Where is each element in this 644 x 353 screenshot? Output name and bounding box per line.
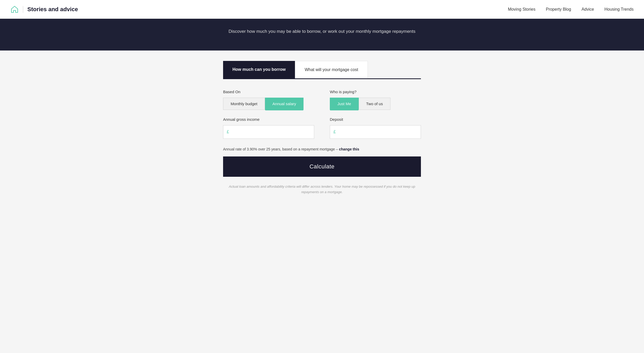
tabs-row: How much can you borrow What will your m…	[223, 61, 421, 79]
navbar: Stories and advice Moving Stories Proper…	[0, 0, 644, 19]
deposit-label: Deposit	[330, 117, 421, 122]
income-input[interactable]	[223, 125, 314, 139]
home-icon	[10, 5, 19, 14]
nav-housing-trends[interactable]: Housing Trends	[604, 7, 634, 12]
deposit-currency-symbol: £	[333, 130, 336, 134]
income-currency-symbol: £	[227, 130, 229, 134]
nav-property-blog[interactable]: Property Blog	[546, 7, 571, 12]
dark-banner: Discover how much you may be able to bor…	[0, 19, 644, 51]
main-content: How much can you borrow What will your m…	[0, 51, 644, 211]
inputs-row: Annual gross income £ Deposit £	[223, 117, 421, 140]
nav-advice[interactable]: Advice	[582, 7, 594, 12]
banner-subtitle: Discover how much you may be able to bor…	[10, 28, 634, 35]
rate-info-text: Annual rate of 3.90% over 25 years, base…	[223, 147, 339, 151]
navbar-brand: Stories and advice	[10, 5, 78, 14]
deposit-input-wrapper: £	[330, 125, 421, 139]
tab-how-much-borrow[interactable]: How much can you borrow	[223, 61, 295, 78]
deposit-group: Deposit £	[330, 117, 421, 140]
who-paying-group: Who is paying? Just Me Two of us	[330, 90, 421, 110]
based-on-group: Based On Monthly budget Annual salary	[223, 90, 314, 110]
disclaimer-text: Actual loan amounts and affordability cr…	[223, 184, 421, 195]
change-this-link[interactable]: change this	[339, 147, 359, 151]
nav-moving-stories[interactable]: Moving Stories	[508, 7, 535, 12]
calculator-container: How much can you borrow What will your m…	[218, 61, 426, 195]
toggle-just-me[interactable]: Just Me	[330, 98, 359, 110]
toggle-monthly-budget[interactable]: Monthly budget	[223, 98, 265, 110]
income-label: Annual gross income	[223, 117, 314, 122]
site-title: Stories and advice	[23, 6, 78, 13]
tab-mortgage-cost[interactable]: What will your mortgage cost	[295, 61, 368, 78]
income-input-wrapper: £	[223, 125, 314, 139]
based-on-label: Based On	[223, 90, 314, 94]
rate-info: Annual rate of 3.90% over 25 years, base…	[223, 147, 421, 151]
toggle-annual-salary[interactable]: Annual salary	[265, 98, 304, 110]
options-row: Based On Monthly budget Annual salary Wh…	[223, 90, 421, 110]
who-paying-toggle-group: Just Me Two of us	[330, 98, 421, 110]
based-on-toggle-group: Monthly budget Annual salary	[223, 98, 314, 110]
calculate-button[interactable]: Calculate	[223, 156, 421, 177]
income-group: Annual gross income £	[223, 117, 314, 140]
who-paying-label: Who is paying?	[330, 90, 421, 94]
nav-links: Moving Stories Property Blog Advice Hous…	[508, 7, 634, 12]
toggle-two-of-us[interactable]: Two of us	[359, 98, 390, 110]
deposit-input[interactable]	[330, 125, 421, 139]
